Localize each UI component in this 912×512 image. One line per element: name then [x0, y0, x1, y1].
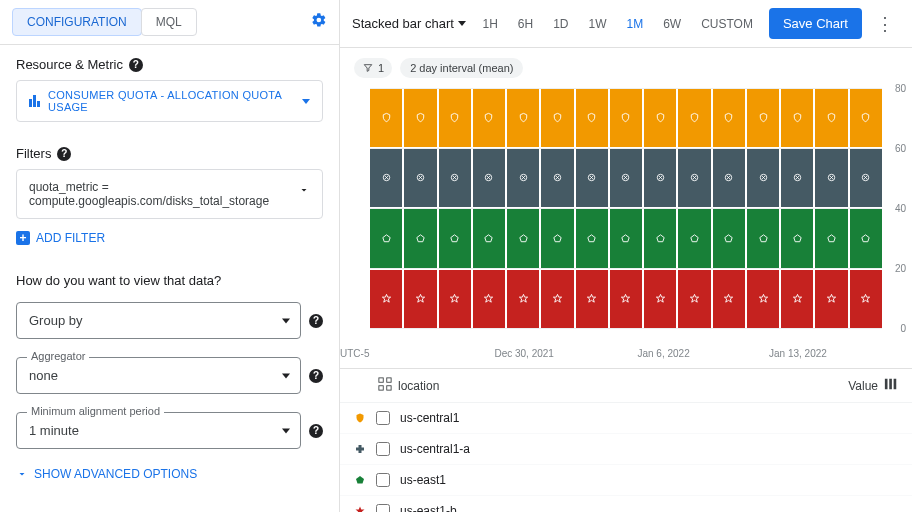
bar-segment-us-east1[interactable]: [541, 209, 573, 268]
help-icon[interactable]: ?: [57, 147, 71, 161]
bar-segment-us-east1-b[interactable]: [610, 270, 642, 329]
chevron-down-icon: [282, 373, 290, 378]
bar-segment-us-central1-a[interactable]: [473, 149, 505, 208]
filter-chip[interactable]: 1: [354, 58, 392, 78]
time-range-1h[interactable]: 1H: [474, 13, 505, 35]
bar-segment-us-central1[interactable]: [815, 88, 847, 147]
bar-segment-us-central1[interactable]: [439, 88, 471, 147]
bar-segment-us-east1-b[interactable]: [404, 270, 436, 329]
interval-chip[interactable]: 2 day interval (mean): [400, 58, 523, 78]
bar-segment-us-east1[interactable]: [644, 209, 676, 268]
bar-segment-us-central1-a[interactable]: [747, 149, 779, 208]
legend-row[interactable]: us-east1-b: [340, 496, 912, 512]
bar-segment-us-central1-a[interactable]: [404, 149, 436, 208]
bar-segment-us-central1[interactable]: [473, 88, 505, 147]
bar-segment-us-central1[interactable]: [713, 88, 745, 147]
columns-icon[interactable]: [884, 377, 898, 394]
time-range-1d[interactable]: 1D: [545, 13, 576, 35]
bar-segment-us-east1[interactable]: [507, 209, 539, 268]
bar-segment-us-central1[interactable]: [370, 88, 402, 147]
bar-segment-us-east1[interactable]: [473, 209, 505, 268]
add-filter-button[interactable]: + ADD FILTER: [16, 231, 323, 245]
bar-segment-us-central1-a[interactable]: [678, 149, 710, 208]
metric-selector[interactable]: CONSUMER QUOTA - ALLOCATION QUOTA USAGE: [16, 80, 323, 122]
bar-segment-us-central1-a[interactable]: [781, 149, 813, 208]
bar-segment-us-east1-b[interactable]: [370, 270, 402, 329]
bar-segment-us-east1[interactable]: [781, 209, 813, 268]
help-icon[interactable]: ?: [309, 369, 323, 383]
aggregator-select[interactable]: Aggregator none: [16, 357, 301, 394]
min-alignment-select[interactable]: Minimum alignment period 1 minute: [16, 412, 301, 449]
bar-segment-us-east1[interactable]: [747, 209, 779, 268]
tab-configuration[interactable]: CONFIGURATION: [12, 8, 142, 36]
time-range-1m[interactable]: 1M: [619, 13, 652, 35]
bar-segment-us-east1[interactable]: [815, 209, 847, 268]
time-range-6h[interactable]: 6H: [510, 13, 541, 35]
bar-segment-us-east1-b[interactable]: [781, 270, 813, 329]
legend-row[interactable]: us-central1: [340, 403, 912, 434]
bar-segment-us-central1[interactable]: [507, 88, 539, 147]
bar-segment-us-east1-b[interactable]: [850, 270, 882, 329]
bar-segment-us-central1[interactable]: [644, 88, 676, 147]
help-icon[interactable]: ?: [309, 424, 323, 438]
bar-segment-us-east1-b[interactable]: [507, 270, 539, 329]
legend-checkbox[interactable]: [376, 473, 390, 487]
show-advanced-button[interactable]: SHOW ADVANCED OPTIONS: [16, 467, 323, 481]
bar-segment-us-east1-b[interactable]: [713, 270, 745, 329]
bar-segment-us-east1[interactable]: [439, 209, 471, 268]
bar-segment-us-east1[interactable]: [713, 209, 745, 268]
save-chart-button[interactable]: Save Chart: [769, 8, 862, 39]
filter-row[interactable]: quota_metric = compute.googleapis.com/di…: [16, 169, 323, 219]
bar-segment-us-central1-a[interactable]: [507, 149, 539, 208]
bar-segment-us-central1[interactable]: [850, 88, 882, 147]
legend-row[interactable]: us-east1: [340, 465, 912, 496]
bar-segment-us-central1-a[interactable]: [610, 149, 642, 208]
bar-segment-us-east1-b[interactable]: [473, 270, 505, 329]
legend-checkbox[interactable]: [376, 504, 390, 512]
bar-segment-us-east1-b[interactable]: [747, 270, 779, 329]
time-range-1w[interactable]: 1W: [581, 13, 615, 35]
bar-segment-us-east1[interactable]: [610, 209, 642, 268]
bar-segment-us-east1-b[interactable]: [541, 270, 573, 329]
bar-segment-us-east1[interactable]: [404, 209, 436, 268]
bar-segment-us-central1-a[interactable]: [644, 149, 676, 208]
bar-segment-us-central1-a[interactable]: [439, 149, 471, 208]
bar-segment-us-east1-b[interactable]: [678, 270, 710, 329]
groupby-select[interactable]: Group by: [16, 302, 301, 339]
bar-segment-us-central1-a[interactable]: [576, 149, 608, 208]
bar-segment-us-central1[interactable]: [781, 88, 813, 147]
bar-segment-us-east1-b[interactable]: [576, 270, 608, 329]
time-range-custom[interactable]: CUSTOM: [693, 13, 761, 35]
more-menu-icon[interactable]: ⋮: [870, 13, 900, 35]
bar-segment-us-east1[interactable]: [576, 209, 608, 268]
bar-segment-us-east1[interactable]: [850, 209, 882, 268]
bar-segment-us-central1[interactable]: [747, 88, 779, 147]
tab-mql[interactable]: MQL: [141, 8, 197, 36]
bar-segment-us-central1-a[interactable]: [850, 149, 882, 208]
gear-icon[interactable]: [311, 12, 327, 32]
legend-checkbox[interactable]: [376, 411, 390, 425]
bar-segment-us-central1[interactable]: [576, 88, 608, 147]
legend-checkbox[interactable]: [376, 442, 390, 456]
bar-segment-us-east1-b[interactable]: [644, 270, 676, 329]
bar-segment-us-central1[interactable]: [541, 88, 573, 147]
bar-segment-us-east1-b[interactable]: [439, 270, 471, 329]
bar-segment-us-central1-a[interactable]: [541, 149, 573, 208]
bar-segment-us-east1[interactable]: [678, 209, 710, 268]
legend-row[interactable]: us-central1-a: [340, 434, 912, 465]
bar-segment-us-central1-a[interactable]: [370, 149, 402, 208]
chevron-down-icon: [282, 428, 290, 433]
help-icon[interactable]: ?: [309, 314, 323, 328]
chart-grid: 020406080: [370, 88, 882, 328]
bar-segment-us-central1[interactable]: [404, 88, 436, 147]
time-range-6w[interactable]: 6W: [655, 13, 689, 35]
bar-segment-us-central1-a[interactable]: [713, 149, 745, 208]
bar-segment-us-east1-b[interactable]: [815, 270, 847, 329]
chart-type-select[interactable]: Stacked bar chart: [352, 16, 466, 31]
bar-segment-us-central1-a[interactable]: [815, 149, 847, 208]
bar-segment-us-central1[interactable]: [610, 88, 642, 147]
bar-segment-us-east1[interactable]: [370, 209, 402, 268]
bar-chart-icon: [29, 95, 40, 107]
bar-segment-us-central1[interactable]: [678, 88, 710, 147]
help-icon[interactable]: ?: [129, 58, 143, 72]
